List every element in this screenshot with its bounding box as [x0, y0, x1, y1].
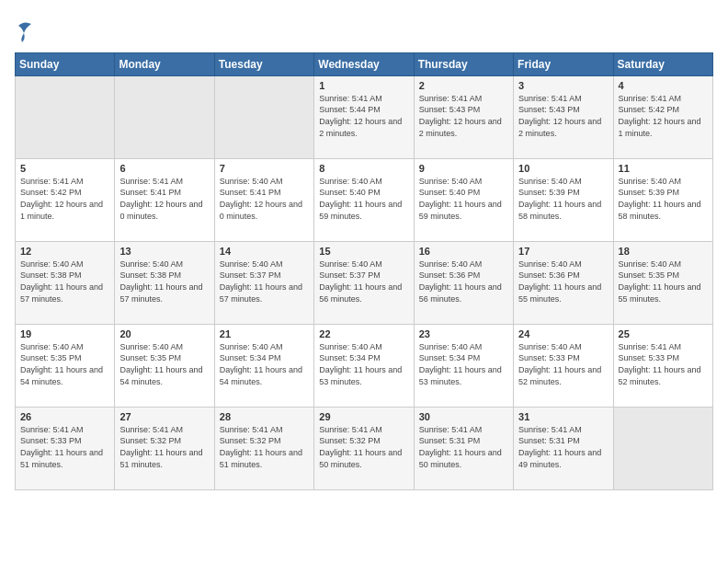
calendar-cell: 31Sunrise: 5:41 AM Sunset: 5:31 PM Dayli…	[514, 407, 613, 489]
logo-bird-icon	[17, 18, 33, 44]
day-info: Sunrise: 5:41 AM Sunset: 5:43 PM Dayligh…	[419, 93, 508, 139]
calendar-cell: 21Sunrise: 5:40 AM Sunset: 5:34 PM Dayli…	[214, 324, 313, 407]
header-day-saturday: Saturday	[613, 52, 712, 75]
calendar-cell	[613, 407, 712, 489]
day-info: Sunrise: 5:40 AM Sunset: 5:37 PM Dayligh…	[220, 259, 309, 304]
header-day-friday: Friday	[514, 52, 613, 75]
day-number: 3	[518, 80, 608, 91]
day-number: 29	[319, 411, 408, 422]
header-day-thursday: Thursday	[414, 52, 513, 75]
calendar-table: SundayMondayTuesdayWednesdayThursdayFrid…	[15, 52, 713, 490]
calendar-cell: 20Sunrise: 5:40 AM Sunset: 5:35 PM Dayli…	[115, 324, 214, 407]
day-info: Sunrise: 5:40 AM Sunset: 5:40 PM Dayligh…	[319, 176, 408, 222]
day-number: 12	[20, 246, 109, 257]
day-info: Sunrise: 5:40 AM Sunset: 5:34 PM Dayligh…	[319, 341, 408, 387]
calendar-cell: 11Sunrise: 5:40 AM Sunset: 5:39 PM Dayli…	[613, 158, 712, 241]
calendar-cell: 6Sunrise: 5:41 AM Sunset: 5:41 PM Daylig…	[115, 158, 214, 241]
calendar-cell: 15Sunrise: 5:40 AM Sunset: 5:37 PM Dayli…	[314, 241, 414, 324]
day-info: Sunrise: 5:40 AM Sunset: 5:35 PM Dayligh…	[119, 341, 209, 387]
day-info: Sunrise: 5:41 AM Sunset: 5:31 PM Dayligh…	[518, 424, 608, 470]
day-info: Sunrise: 5:41 AM Sunset: 5:43 PM Dayligh…	[518, 93, 608, 139]
calendar-cell: 29Sunrise: 5:41 AM Sunset: 5:32 PM Dayli…	[314, 407, 414, 489]
calendar-cell: 19Sunrise: 5:40 AM Sunset: 5:35 PM Dayli…	[16, 324, 115, 407]
day-number: 4	[619, 80, 708, 91]
day-info: Sunrise: 5:40 AM Sunset: 5:34 PM Dayligh…	[419, 341, 508, 387]
day-number: 31	[518, 411, 608, 422]
day-number: 15	[319, 246, 408, 257]
day-info: Sunrise: 5:41 AM Sunset: 5:32 PM Dayligh…	[319, 424, 408, 470]
day-number: 23	[419, 328, 508, 339]
calendar-cell: 2Sunrise: 5:41 AM Sunset: 5:43 PM Daylig…	[414, 75, 513, 158]
day-info: Sunrise: 5:41 AM Sunset: 5:33 PM Dayligh…	[20, 424, 109, 470]
calendar-cell: 10Sunrise: 5:40 AM Sunset: 5:39 PM Dayli…	[514, 158, 613, 241]
day-number: 9	[419, 163, 508, 174]
page-header	[15, 15, 713, 49]
day-info: Sunrise: 5:40 AM Sunset: 5:39 PM Dayligh…	[518, 176, 608, 222]
calendar-cell: 27Sunrise: 5:41 AM Sunset: 5:32 PM Dayli…	[115, 407, 214, 489]
calendar-cell: 23Sunrise: 5:40 AM Sunset: 5:34 PM Dayli…	[414, 324, 513, 407]
calendar-cell: 5Sunrise: 5:41 AM Sunset: 5:42 PM Daylig…	[16, 158, 115, 241]
calendar-cell: 14Sunrise: 5:40 AM Sunset: 5:37 PM Dayli…	[214, 241, 313, 324]
day-info: Sunrise: 5:40 AM Sunset: 5:36 PM Dayligh…	[518, 259, 608, 304]
header-day-tuesday: Tuesday	[214, 52, 313, 75]
day-info: Sunrise: 5:40 AM Sunset: 5:38 PM Dayligh…	[20, 259, 109, 304]
calendar-cell: 24Sunrise: 5:40 AM Sunset: 5:33 PM Dayli…	[514, 324, 613, 407]
day-number: 26	[20, 411, 109, 422]
calendar-cell: 3Sunrise: 5:41 AM Sunset: 5:43 PM Daylig…	[514, 75, 613, 158]
calendar-cell: 1Sunrise: 5:41 AM Sunset: 5:44 PM Daylig…	[314, 75, 414, 158]
day-number: 21	[220, 328, 309, 339]
day-info: Sunrise: 5:41 AM Sunset: 5:33 PM Dayligh…	[619, 341, 708, 387]
calendar-cell: 30Sunrise: 5:41 AM Sunset: 5:31 PM Dayli…	[414, 407, 513, 489]
calendar-cell: 9Sunrise: 5:40 AM Sunset: 5:40 PM Daylig…	[414, 158, 513, 241]
day-number: 6	[119, 163, 209, 174]
day-number: 30	[419, 411, 508, 422]
header-day-monday: Monday	[115, 52, 214, 75]
day-info: Sunrise: 5:40 AM Sunset: 5:35 PM Dayligh…	[619, 259, 708, 304]
day-number: 17	[518, 246, 608, 257]
day-number: 28	[220, 411, 309, 422]
day-number: 18	[619, 246, 708, 257]
day-number: 10	[518, 163, 608, 174]
calendar-cell: 18Sunrise: 5:40 AM Sunset: 5:35 PM Dayli…	[613, 241, 712, 324]
calendar-week-4: 19Sunrise: 5:40 AM Sunset: 5:35 PM Dayli…	[16, 324, 713, 407]
day-number: 8	[319, 163, 408, 174]
day-number: 13	[119, 246, 209, 257]
day-info: Sunrise: 5:41 AM Sunset: 5:42 PM Dayligh…	[619, 93, 708, 139]
calendar-cell	[16, 75, 115, 158]
day-info: Sunrise: 5:40 AM Sunset: 5:34 PM Dayligh…	[220, 341, 309, 387]
day-number: 5	[20, 163, 109, 174]
header-day-wednesday: Wednesday	[314, 52, 414, 75]
calendar-cell	[115, 75, 214, 158]
header-day-sunday: Sunday	[16, 52, 115, 75]
calendar-cell: 16Sunrise: 5:40 AM Sunset: 5:36 PM Dayli…	[414, 241, 513, 324]
calendar-header-row: SundayMondayTuesdayWednesdayThursdayFrid…	[16, 52, 713, 75]
calendar-cell: 28Sunrise: 5:41 AM Sunset: 5:32 PM Dayli…	[214, 407, 313, 489]
logo	[15, 18, 33, 49]
day-info: Sunrise: 5:41 AM Sunset: 5:32 PM Dayligh…	[220, 424, 309, 470]
calendar-cell: 25Sunrise: 5:41 AM Sunset: 5:33 PM Dayli…	[613, 324, 712, 407]
day-info: Sunrise: 5:41 AM Sunset: 5:42 PM Dayligh…	[20, 176, 109, 222]
calendar-cell: 13Sunrise: 5:40 AM Sunset: 5:38 PM Dayli…	[115, 241, 214, 324]
calendar-cell: 22Sunrise: 5:40 AM Sunset: 5:34 PM Dayli…	[314, 324, 414, 407]
day-info: Sunrise: 5:41 AM Sunset: 5:31 PM Dayligh…	[419, 424, 508, 470]
day-number: 20	[119, 328, 209, 339]
day-info: Sunrise: 5:41 AM Sunset: 5:41 PM Dayligh…	[119, 176, 209, 222]
day-info: Sunrise: 5:40 AM Sunset: 5:40 PM Dayligh…	[419, 176, 508, 222]
day-number: 14	[220, 246, 309, 257]
day-number: 2	[419, 80, 508, 91]
day-info: Sunrise: 5:40 AM Sunset: 5:37 PM Dayligh…	[319, 259, 408, 304]
day-info: Sunrise: 5:40 AM Sunset: 5:36 PM Dayligh…	[419, 259, 508, 304]
day-info: Sunrise: 5:40 AM Sunset: 5:35 PM Dayligh…	[20, 341, 109, 387]
day-number: 7	[220, 163, 309, 174]
calendar-cell	[214, 75, 313, 158]
day-number: 16	[419, 246, 508, 257]
calendar-cell: 17Sunrise: 5:40 AM Sunset: 5:36 PM Dayli…	[514, 241, 613, 324]
calendar-cell: 26Sunrise: 5:41 AM Sunset: 5:33 PM Dayli…	[16, 407, 115, 489]
calendar-week-2: 5Sunrise: 5:41 AM Sunset: 5:42 PM Daylig…	[16, 158, 713, 241]
calendar-week-5: 26Sunrise: 5:41 AM Sunset: 5:33 PM Dayli…	[16, 407, 713, 489]
day-number: 24	[518, 328, 608, 339]
calendar-cell: 8Sunrise: 5:40 AM Sunset: 5:40 PM Daylig…	[314, 158, 414, 241]
calendar-cell: 4Sunrise: 5:41 AM Sunset: 5:42 PM Daylig…	[613, 75, 712, 158]
day-number: 11	[619, 163, 708, 174]
day-info: Sunrise: 5:40 AM Sunset: 5:38 PM Dayligh…	[119, 259, 209, 304]
